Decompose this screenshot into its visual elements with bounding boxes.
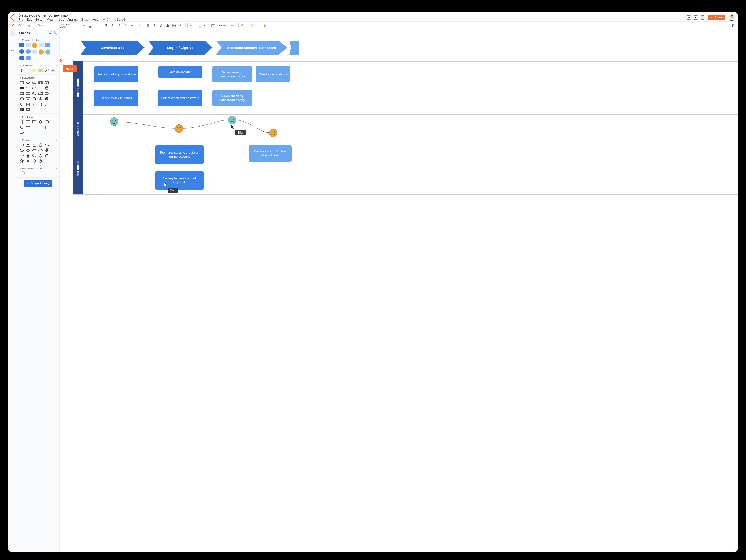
- saved-shapes-header[interactable]: ▼My saved shapes×: [19, 167, 57, 170]
- sh-cross[interactable]: [25, 148, 31, 152]
- drop-button[interactable]: [165, 23, 170, 28]
- cnt-swimlane-v[interactable]: [19, 120, 24, 124]
- fc-sum[interactable]: [44, 97, 50, 101]
- avatar[interactable]: [728, 14, 735, 21]
- card-hears-about-app[interactable]: Hears about app on website: [94, 66, 139, 83]
- sh-arrow-l[interactable]: [19, 154, 24, 158]
- fc-merge[interactable]: [25, 97, 31, 101]
- stage-login-signup[interactable]: Log-in / Sign-up: [148, 40, 212, 55]
- fc-decision[interactable]: [25, 81, 31, 85]
- card-no-snapshots[interactable]: No way to view account snapshots: [155, 171, 203, 190]
- record-icon[interactable]: [700, 16, 705, 20]
- shape-play[interactable]: ▸: [51, 68, 56, 72]
- sh-rect[interactable]: [19, 143, 24, 147]
- sh-badge[interactable]: [32, 159, 37, 163]
- swatch-teal-face[interactable]: [45, 50, 50, 55]
- fc-offpage[interactable]: [19, 102, 24, 106]
- stage-download-app[interactable]: Download app: [81, 40, 145, 55]
- menu-arrange[interactable]: Arrange: [67, 18, 77, 21]
- fc-or[interactable]: [38, 97, 43, 101]
- shapes-close-icon[interactable]: ×: [56, 139, 57, 142]
- sh-arrow-u[interactable]: [25, 154, 31, 158]
- text-style-select[interactable]: Body *: [36, 23, 57, 28]
- fill-color-button[interactable]: [152, 23, 157, 28]
- cnt-diamond[interactable]: [38, 120, 43, 124]
- arrow-end-select[interactable]: ▾: [229, 23, 239, 28]
- rail-page-icon[interactable]: ▭: [10, 39, 16, 44]
- cnt-circle[interactable]: [19, 125, 24, 129]
- cnt-brace-r[interactable]: ⌉: [38, 125, 43, 129]
- sh-star5[interactable]: [19, 159, 24, 163]
- cnt-round[interactable]: [44, 120, 50, 124]
- swatch-blue-round[interactable]: [19, 50, 24, 54]
- sh-pentagon[interactable]: [38, 143, 43, 147]
- card-views-checking[interactable]: Views checking transaction history: [212, 90, 252, 106]
- italic-button[interactable]: I: [110, 23, 115, 28]
- card-receives-link[interactable]: Receives link in e-mail: [94, 90, 139, 106]
- swatch-pale-rect[interactable]: [26, 43, 31, 47]
- fc-table[interactable]: [19, 108, 24, 112]
- shape-note-green[interactable]: ⚡: [38, 68, 43, 72]
- containers-close-icon[interactable]: ×: [56, 116, 57, 118]
- fc-offpage2[interactable]: [25, 102, 31, 106]
- card-checks-notifications[interactable]: Checks notifications: [256, 66, 290, 83]
- sh-arrow-d[interactable]: [44, 148, 50, 152]
- bold-button[interactable]: B: [103, 23, 109, 28]
- fc-intstorage[interactable]: [25, 91, 31, 95]
- cnt-brace-l[interactable]: ⌈: [32, 125, 37, 129]
- format-painter-button[interactable]: [26, 23, 32, 28]
- fc-manualinput[interactable]: [38, 91, 43, 95]
- line-routing-button[interactable]: [210, 23, 216, 28]
- menu-insert[interactable]: Insert: [57, 18, 64, 21]
- fc-card[interactable]: [25, 86, 31, 90]
- shapes-in-use-header[interactable]: ▼Shapes In Use: [19, 39, 57, 41]
- swatch-amber-face-2[interactable]: [39, 50, 44, 55]
- sh-rtriangle[interactable]: [32, 143, 37, 147]
- swatch-pale-rect-2[interactable]: [39, 43, 44, 47]
- home-button[interactable]: ⌂: [256, 23, 261, 28]
- fc-display[interactable]: [19, 97, 24, 101]
- sh-cloud[interactable]: [32, 148, 37, 152]
- underline-button[interactable]: U: [116, 23, 122, 28]
- present-icon[interactable]: ▸: [693, 16, 698, 20]
- shape-rect[interactable]: [25, 68, 31, 72]
- swatch-lightblue-round[interactable]: [26, 50, 31, 54]
- favorite-star-icon[interactable]: ☆: [69, 13, 72, 17]
- swatch-pale-round[interactable]: [32, 50, 37, 54]
- fc-process-solid[interactable]: [19, 86, 24, 90]
- menu-help[interactable]: Help: [92, 18, 98, 21]
- sh-arrow-ud[interactable]: [38, 154, 43, 158]
- rail-data-icon[interactable]: [10, 47, 16, 52]
- cnt-capsule[interactable]: [19, 130, 24, 135]
- font-color-button[interactable]: A: [123, 23, 128, 28]
- sh-hexagon[interactable]: [19, 148, 24, 152]
- line-option-button[interactable]: ▾: [240, 23, 245, 28]
- image-button[interactable]: [171, 23, 177, 28]
- shape-arrow[interactable]: [44, 68, 50, 72]
- saved-shape-placeholder[interactable]: [19, 171, 25, 175]
- arrow-start-select[interactable]: None▾: [217, 23, 228, 28]
- fc-directdata[interactable]: [19, 91, 24, 95]
- shape-library-button[interactable]: ＋Shape Library: [24, 180, 52, 187]
- menu-edit[interactable]: Edit: [27, 18, 32, 21]
- font-size-increase[interactable]: +: [98, 23, 102, 28]
- swatch-lightblue-rect[interactable]: [45, 43, 50, 47]
- emotion-neutral-1[interactable]: [175, 124, 183, 133]
- save-status[interactable]: 🕘 Saved: [113, 18, 125, 21]
- emotion-happy-2[interactable]: [228, 116, 236, 124]
- canvas[interactable]: Download app Log-in / Sign-up Accesses a…: [60, 29, 738, 552]
- comment-icon[interactable]: ⋯: [687, 16, 691, 20]
- card-notifications-clear[interactable]: Notifications don't clear when clicked: [249, 145, 292, 162]
- shape-text[interactable]: T: [19, 68, 24, 72]
- card-too-many-steps[interactable]: Too many steps to create an online accou…: [155, 145, 203, 164]
- sh-star4[interactable]: [25, 159, 31, 163]
- text-options-button[interactable]: T▾: [136, 23, 141, 28]
- shape-note-yellow[interactable]: [32, 68, 37, 72]
- menu-view[interactable]: View: [47, 18, 53, 21]
- swatch-amber-face[interactable]: [32, 43, 37, 48]
- search-shapes-icon[interactable]: 🔍: [53, 31, 57, 35]
- flash-button[interactable]: ⚡: [249, 23, 255, 28]
- panel-toggle-button[interactable]: ◧: [730, 23, 736, 28]
- text-align-button[interactable]: ≡: [129, 23, 135, 28]
- menu-select[interactable]: Select: [35, 18, 43, 21]
